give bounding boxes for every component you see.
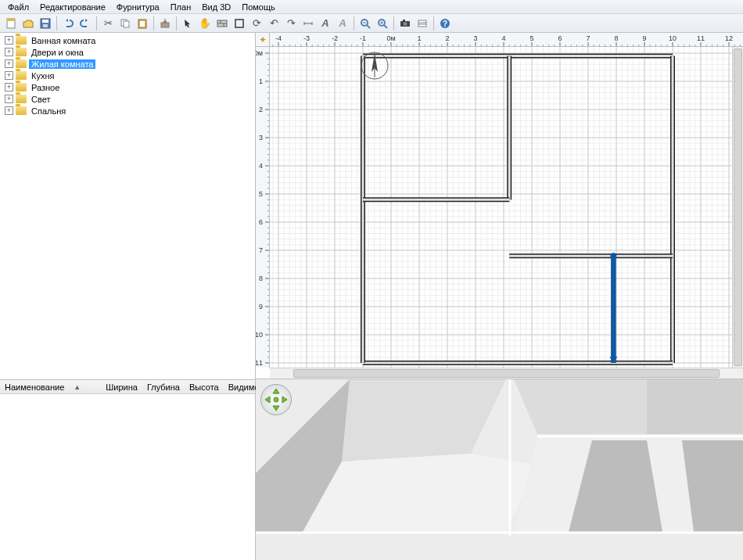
svg-line-18 [367, 25, 370, 28]
expand-icon[interactable]: + [5, 106, 13, 115]
svg-marker-420 [647, 379, 743, 434]
text2-icon[interactable]: A [335, 16, 350, 31]
tree-item[interactable]: +Двери и окна [2, 46, 253, 58]
svg-marker-419 [514, 379, 647, 434]
text-icon[interactable]: A [318, 16, 333, 31]
folder-icon [16, 48, 27, 56]
menu-file[interactable]: Файл [3, 2, 34, 13]
menu-help[interactable]: Помощь [237, 2, 280, 13]
expand-icon[interactable]: + [5, 83, 13, 92]
scrollbar-thumb[interactable] [734, 48, 742, 366]
svg-text:4: 4 [501, 34, 505, 42]
svg-text:4: 4 [259, 162, 263, 170]
svg-rect-4 [43, 24, 48, 27]
expand-icon[interactable]: + [5, 36, 13, 45]
svg-text:10: 10 [669, 34, 677, 42]
zoom-out-icon[interactable] [357, 16, 373, 31]
svg-text:11: 11 [697, 34, 705, 42]
menu-furniture[interactable]: Фурнитура [112, 2, 164, 13]
folder-icon [16, 36, 27, 45]
scrollbar-horizontal[interactable] [270, 368, 743, 379]
tree-item[interactable]: +Свет [2, 93, 253, 105]
svg-text:1: 1 [259, 77, 263, 85]
svg-text:10: 10 [256, 331, 263, 339]
open-icon[interactable] [20, 16, 36, 31]
col-width[interactable]: Ширина [101, 382, 142, 392]
svg-text:-2: -2 [332, 34, 338, 42]
3d-view[interactable] [256, 379, 743, 560]
undo-icon[interactable] [60, 16, 76, 31]
svg-rect-8 [140, 21, 145, 27]
plan-canvas[interactable] [270, 47, 732, 368]
pan-hand-icon[interactable]: ✋ [197, 16, 213, 31]
furniture-properties-table: Наименование▲ Ширина Глубина Высота Види… [0, 379, 255, 560]
svg-text:6: 6 [259, 218, 263, 226]
tree-item[interactable]: +Кухня [2, 70, 253, 81]
svg-rect-9 [161, 23, 169, 27]
prefs-icon[interactable] [415, 16, 430, 31]
tree-item[interactable]: +Спальня [2, 105, 253, 117]
svg-text:-3: -3 [303, 34, 310, 42]
svg-point-427 [274, 397, 278, 402]
menu-plan[interactable]: План [166, 2, 196, 13]
svg-text:8: 8 [259, 275, 263, 282]
ruler-horizontal: -5-4-3-2-10м123456789101112 [270, 33, 743, 47]
room-icon[interactable] [232, 16, 247, 31]
cut-icon[interactable]: ✂ [100, 16, 116, 31]
help-icon[interactable]: ? [437, 16, 453, 31]
svg-text:11: 11 [256, 359, 263, 367]
ruler-vertical: 0м123456789101112 [256, 47, 270, 368]
tree-item-selected[interactable]: +Жилая комната [2, 58, 253, 70]
plan-origin-icon[interactable]: ✦ [256, 33, 270, 47]
menu-view3d[interactable]: Вид 3D [197, 2, 235, 13]
import-furniture-icon[interactable] [157, 16, 173, 31]
col-depth[interactable]: Глубина [142, 382, 185, 392]
svg-text:?: ? [443, 20, 447, 28]
svg-text:6: 6 [558, 34, 562, 42]
table-header[interactable]: Наименование▲ Ширина Глубина Высота Види… [0, 380, 255, 394]
col-height[interactable]: Высота [185, 382, 224, 392]
paste-icon[interactable] [135, 16, 150, 31]
tree-item[interactable]: +Ванная комната [2, 34, 253, 46]
rotate-left-icon[interactable]: ↶ [266, 16, 282, 31]
svg-text:5: 5 [259, 190, 263, 198]
svg-rect-25 [403, 20, 405, 21]
svg-rect-26 [418, 20, 426, 27]
scrollbar-thumb[interactable] [293, 369, 720, 378]
folder-icon [16, 83, 27, 92]
save-icon[interactable] [38, 16, 53, 31]
svg-text:-1: -1 [360, 34, 366, 42]
svg-point-412 [610, 253, 616, 259]
svg-text:9: 9 [642, 34, 646, 42]
redo-icon[interactable] [77, 16, 93, 31]
expand-icon[interactable]: + [5, 71, 13, 80]
dimension-icon[interactable] [300, 16, 316, 31]
expand-icon[interactable]: + [5, 59, 13, 68]
tree-item[interactable]: +Разное [2, 81, 253, 93]
svg-text:3: 3 [473, 34, 477, 42]
folder-icon [16, 59, 27, 68]
sort-asc-icon: ▲ [69, 383, 85, 391]
zoom-in-icon[interactable] [375, 16, 390, 31]
wall-icon[interactable] [214, 16, 230, 31]
select-arrow-icon[interactable] [180, 16, 196, 31]
svg-text:7: 7 [259, 246, 263, 254]
refresh-icon[interactable]: ⟳ [249, 16, 264, 31]
svg-point-24 [404, 22, 407, 26]
rotate-right-icon[interactable]: ↷ [283, 16, 299, 31]
copy-icon[interactable] [117, 16, 133, 31]
new-file-icon[interactable] [3, 16, 19, 31]
svg-rect-6 [124, 21, 129, 27]
3d-navigate-icon[interactable] [260, 384, 292, 415]
furniture-tree[interactable]: +Ванная комната +Двери и окна +Жилая ком… [0, 33, 255, 379]
col-name[interactable]: Наименование [0, 382, 69, 392]
svg-rect-1 [7, 19, 15, 21]
expand-icon[interactable]: + [5, 48, 13, 56]
plan-view[interactable]: ✦ -5-4-3-2-10м123456789101112 0м12345678… [256, 33, 743, 379]
expand-icon[interactable]: + [5, 95, 13, 103]
svg-rect-14 [235, 20, 243, 27]
camera-icon[interactable] [397, 16, 413, 31]
svg-text:3: 3 [259, 134, 263, 142]
scrollbar-vertical[interactable] [732, 47, 743, 368]
menu-edit[interactable]: Редактирование [35, 2, 110, 13]
